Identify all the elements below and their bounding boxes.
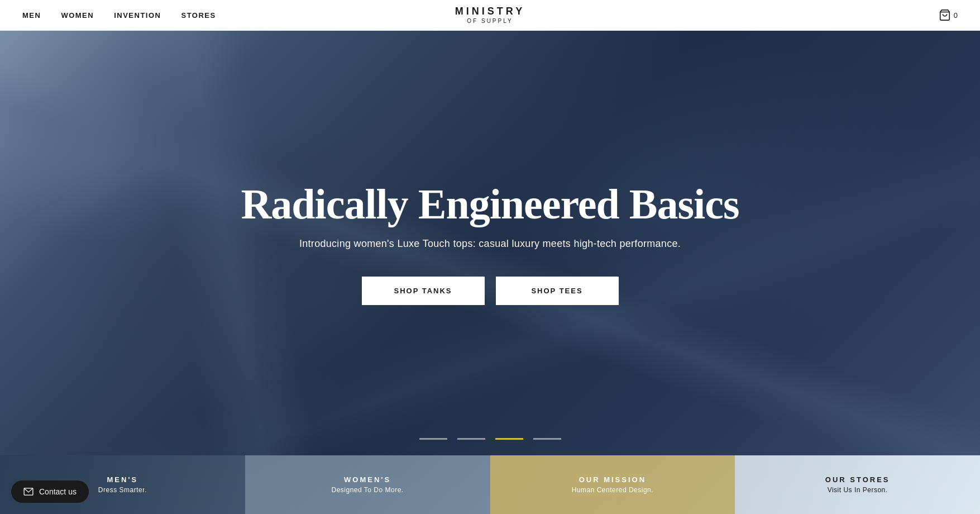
tile-womens[interactable]: WOMEN'S Designed To Do More.: [245, 455, 490, 514]
brand-name: MINISTRY: [455, 6, 525, 17]
hero-section: Radically Engineered Basics Introducing …: [0, 31, 980, 455]
nav-links: MEN WOMEN INVENTION STORES: [22, 10, 216, 20]
tile-mission-content: OUR MISSION Human Centered Design.: [561, 475, 665, 494]
shop-tanks-button[interactable]: SHOP TANKS: [362, 277, 485, 305]
navbar: MEN WOMEN INVENTION STORES MINISTRY OF S…: [0, 0, 980, 31]
tile-mens-content: MEN'S Dress Smarter.: [87, 475, 158, 494]
shop-tees-button[interactable]: SHOP TEES: [496, 277, 619, 305]
brand-tagline: OF SUPPLY: [455, 18, 525, 24]
dot-4[interactable]: [533, 438, 561, 440]
cart-button[interactable]: 0: [939, 9, 958, 21]
bottom-tiles: MEN'S Dress Smarter. WOMEN'S Designed To…: [0, 455, 980, 514]
nav-invention[interactable]: INVENTION: [114, 11, 161, 20]
dot-3[interactable]: [495, 438, 523, 440]
tile-mens-sublabel: Dress Smarter.: [98, 486, 147, 494]
nav-stores[interactable]: STORES: [181, 11, 216, 20]
logo[interactable]: MINISTRY OF SUPPLY: [455, 6, 525, 25]
nav-men[interactable]: MEN: [22, 11, 41, 20]
tile-mission[interactable]: OUR MISSION Human Centered Design.: [490, 455, 735, 514]
tile-stores-sublabel: Visit Us In Person.: [825, 486, 890, 494]
hero-buttons: SHOP TANKS SHOP TEES: [241, 277, 739, 305]
dot-1[interactable]: [419, 438, 447, 440]
cart-count: 0: [954, 11, 958, 20]
hero-subtitle: Introducing women's Luxe Touch tops: cas…: [241, 238, 739, 250]
tile-stores-content: OUR STORES Visit Us In Person.: [814, 475, 901, 494]
nav-right: 0: [939, 9, 958, 21]
tile-stores[interactable]: OUR STORES Visit Us In Person.: [735, 455, 980, 514]
tile-mission-label: OUR MISSION: [572, 475, 653, 484]
tile-womens-label: WOMEN'S: [332, 475, 404, 484]
contact-button[interactable]: Contact us: [11, 480, 89, 503]
hero-content: Radically Engineered Basics Introducing …: [218, 181, 761, 305]
contact-label: Contact us: [39, 487, 77, 496]
tile-mens-label: MEN'S: [98, 475, 147, 484]
hero-title: Radically Engineered Basics: [241, 181, 739, 228]
tile-stores-label: OUR STORES: [825, 475, 890, 484]
cart-icon: [939, 9, 951, 21]
tile-womens-content: WOMEN'S Designed To Do More.: [321, 475, 415, 494]
tile-mission-sublabel: Human Centered Design.: [572, 486, 653, 494]
carousel-dots: [419, 438, 561, 440]
nav-women[interactable]: WOMEN: [61, 11, 94, 20]
dot-2[interactable]: [457, 438, 485, 440]
envelope-icon: [23, 488, 34, 496]
tile-womens-sublabel: Designed To Do More.: [332, 486, 404, 494]
